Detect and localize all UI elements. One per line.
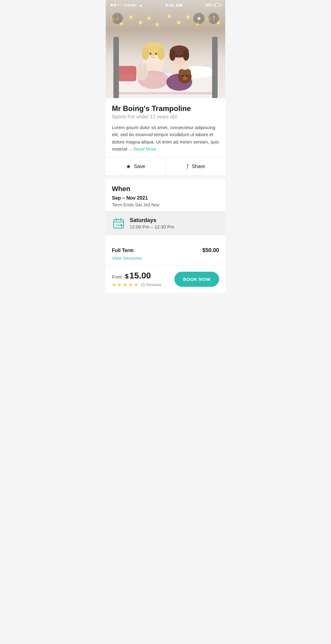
schedule-time: 12:00 Pm – 12:30 Pm	[130, 224, 174, 229]
svg-point-13	[150, 53, 151, 55]
star-1: ★	[112, 282, 116, 288]
schedule-card: Saturdays 12:00 Pm – 12:30 Pm	[106, 211, 225, 236]
star-5: ★	[134, 282, 138, 288]
svg-rect-4	[118, 66, 136, 81]
svg-rect-6	[212, 37, 218, 98]
signal-dot-2	[114, 4, 116, 6]
action-buttons: ★ Save ⤴ Share	[106, 158, 225, 175]
venue-title: Mr Boing's Trampoline	[112, 104, 219, 113]
status-time: 9:41 AM	[165, 2, 183, 8]
wifi-icon: ▲	[139, 3, 143, 8]
signal-dots	[111, 4, 122, 6]
svg-point-15	[137, 67, 148, 80]
star-4: ★	[128, 282, 133, 288]
carrier-label: Carrier	[124, 3, 137, 7]
term-ends: Term Ends Sat 3rd Nov	[112, 202, 219, 207]
share-label: Share	[192, 164, 205, 169]
signal-dot-1	[111, 4, 113, 6]
star-3: ★	[123, 282, 127, 288]
full-term-label: Full Term	[112, 248, 134, 253]
battery-percent: 20%	[205, 3, 212, 7]
svg-point-11	[142, 48, 149, 60]
battery-body	[214, 3, 220, 7]
status-bar: Carrier ▲ 9:41 AM 20%	[106, 0, 225, 9]
save-label: Save	[134, 164, 145, 169]
svg-point-25	[181, 55, 183, 57]
venue-description: Lorem ipsum dolor sit amet, consectetur …	[112, 124, 219, 152]
battery-icon	[214, 3, 220, 7]
svg-point-34	[118, 224, 119, 226]
status-left: Carrier ▲	[111, 3, 143, 8]
pricing-section: Full Term $50.00 View Sessions	[106, 242, 225, 266]
main-content: Mr Boing's Trampoline Sports For under 1…	[106, 98, 225, 176]
status-right: 20%	[205, 3, 220, 7]
when-section: When Sep – Nov 2021 Term Ends Sat 3rd No…	[106, 179, 225, 242]
svg-point-28	[185, 69, 191, 75]
from-price: 15.00	[129, 271, 151, 281]
signal-dot-3	[117, 4, 119, 6]
stars-row: ★ ★ ★ ★ ★ 15 Reviews	[112, 282, 161, 288]
nav-overlay: ‹ ★ ⤴	[106, 13, 225, 24]
reviews-count: 15 Reviews	[141, 282, 161, 287]
svg-rect-5	[113, 37, 119, 98]
hero-image: ‹ ★ ⤴	[106, 0, 225, 98]
full-term-price: $50.00	[202, 247, 219, 254]
currency-symbol: $	[125, 273, 128, 280]
share-button-hero[interactable]: ⤴	[208, 13, 219, 24]
save-star-icon: ★	[126, 163, 131, 170]
share-action-icon: ⤴	[186, 163, 189, 170]
book-now-button[interactable]: BOOK NOW	[174, 272, 219, 287]
venue-subtitle: Sports For under 11 years old	[112, 114, 219, 120]
svg-point-22	[169, 50, 176, 61]
share-icon-hero: ⤴	[212, 15, 215, 22]
svg-point-31	[186, 75, 188, 77]
view-sessions-link[interactable]: View Sessions	[112, 255, 219, 266]
signal-dot-4	[120, 4, 122, 6]
schedule-day: Saturdays	[130, 217, 174, 224]
bookmark-icon: ★	[196, 15, 201, 22]
svg-point-27	[179, 69, 185, 75]
svg-point-16	[139, 64, 142, 71]
share-button[interactable]: ⤴ Share	[166, 158, 226, 175]
pricing-row: Full Term $50.00	[112, 247, 219, 254]
price-line: From $ 15.00	[112, 271, 161, 281]
svg-point-35	[120, 224, 121, 226]
when-title: When	[112, 185, 219, 193]
back-icon: ‹	[116, 15, 118, 22]
svg-point-24	[176, 55, 178, 57]
svg-point-30	[182, 75, 184, 77]
date-range: Sep – Nov 2021	[112, 195, 219, 201]
price-from-section: From $ 15.00 ★ ★ ★ ★ ★ 15 Reviews	[112, 271, 161, 288]
divider-bottom	[106, 175, 225, 176]
svg-point-17	[143, 63, 146, 71]
svg-point-12	[157, 48, 165, 60]
read-more-link[interactable]: Read More	[134, 146, 156, 151]
svg-point-23	[183, 50, 189, 61]
battery-fill	[215, 4, 215, 6]
svg-rect-2	[115, 92, 216, 94]
star-2: ★	[117, 282, 122, 288]
svg-point-33	[116, 224, 117, 226]
back-button[interactable]: ‹	[112, 13, 123, 24]
calendar-icon	[112, 217, 125, 230]
schedule-info: Saturdays 12:00 Pm – 12:30 Pm	[130, 217, 174, 229]
nav-right-buttons: ★ ⤴	[193, 13, 219, 24]
bookmark-button[interactable]: ★	[193, 13, 204, 24]
save-button[interactable]: ★ Save	[106, 158, 166, 175]
svg-point-14	[155, 53, 157, 55]
svg-rect-32	[114, 220, 124, 228]
from-label: From	[112, 274, 122, 279]
bottom-bar: From $ 15.00 ★ ★ ★ ★ ★ 15 Reviews BOOK N…	[106, 266, 225, 293]
